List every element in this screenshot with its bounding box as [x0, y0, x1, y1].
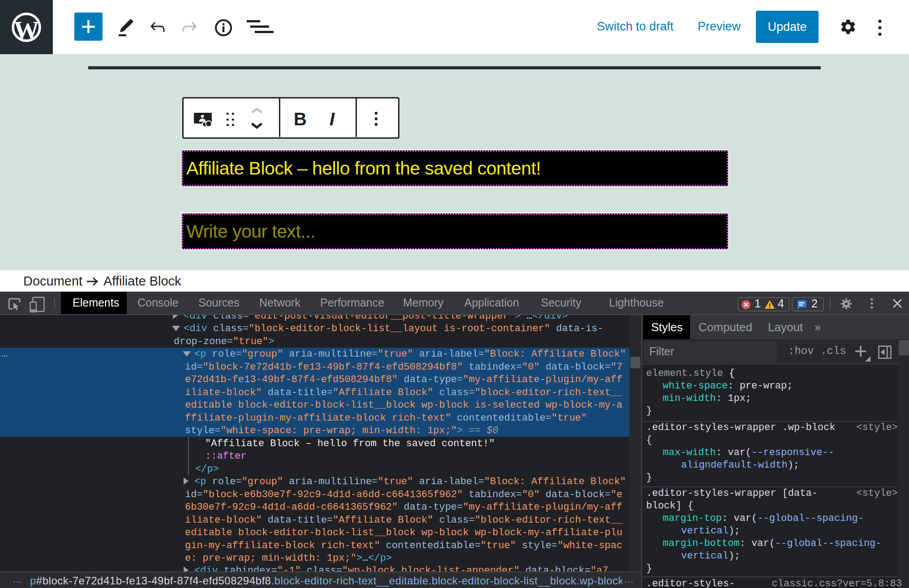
svg-text:W: W [14, 16, 39, 44]
